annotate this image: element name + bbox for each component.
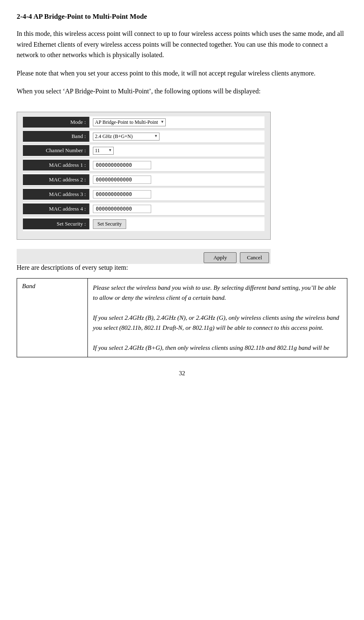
mode-select[interactable]: AP Bridge-Point to Multi-Point xyxy=(93,118,166,126)
paragraph-1: In this mode, this wireless access point… xyxy=(17,28,347,60)
description-table: Band Please select the wireless band you… xyxy=(17,278,347,357)
security-row: Set Security : Set Security xyxy=(23,217,264,231)
mac2-row: MAC address 2 : xyxy=(23,173,264,186)
band-description: Please select the wireless band you wish… xyxy=(88,278,347,357)
page-number: 32 xyxy=(17,370,347,377)
mac3-row: MAC address 3 : xyxy=(23,188,264,201)
mac4-row: MAC address 4 : xyxy=(23,203,264,216)
config-panel: Mode : AP Bridge-Point to Multi-Point Ba… xyxy=(17,104,347,264)
channel-label: Channel Number : xyxy=(23,145,90,156)
mode-label: Mode : xyxy=(23,117,90,128)
mac1-row: MAC address 1 : xyxy=(23,159,264,172)
mac1-input[interactable] xyxy=(93,161,151,169)
mac4-input[interactable] xyxy=(93,205,151,213)
mac1-label: MAC address 1 : xyxy=(23,160,90,171)
mac3-value xyxy=(90,188,264,201)
channel-select[interactable]: 11 xyxy=(93,147,114,155)
config-table: Mode : AP Bridge-Point to Multi-Point Ba… xyxy=(17,112,271,240)
channel-value: 11 xyxy=(90,145,264,157)
paragraph-3: When you select ‘AP Bridge-Point to Mult… xyxy=(17,86,347,97)
here-text: Here are descriptions of every setup ite… xyxy=(17,264,347,271)
apply-button[interactable]: Apply xyxy=(204,252,237,263)
cancel-button[interactable]: Cancel xyxy=(240,252,269,263)
table-row: Band Please select the wireless band you… xyxy=(17,278,347,357)
page-title: 2-4-4 AP Bridge-Point to Multi-Point Mod… xyxy=(17,13,347,21)
mac2-value xyxy=(90,173,264,186)
band-term: Band xyxy=(17,278,88,357)
channel-row: Channel Number : 11 xyxy=(23,145,264,157)
mac4-label: MAC address 4 : xyxy=(23,203,90,214)
security-value: Set Security xyxy=(90,217,264,231)
mode-row: Mode : AP Bridge-Point to Multi-Point xyxy=(23,116,264,129)
band-row: Band : 2.4 GHz (B+G+N) xyxy=(23,131,264,143)
mac2-label: MAC address 2 : xyxy=(23,174,90,185)
set-security-button[interactable]: Set Security xyxy=(93,219,126,229)
mode-value: AP Bridge-Point to Multi-Point xyxy=(90,116,264,128)
mac1-value xyxy=(90,159,264,171)
band-label: Band : xyxy=(23,131,90,142)
mac3-input[interactable] xyxy=(93,190,151,198)
security-label: Set Security : xyxy=(23,218,90,229)
mac4-value xyxy=(90,203,264,215)
band-select[interactable]: 2.4 GHz (B+G+N) xyxy=(93,133,160,141)
paragraph-2: Please note that when you set your acces… xyxy=(17,68,347,79)
band-value: 2.4 GHz (B+G+N) xyxy=(90,131,264,143)
mac3-label: MAC address 3 : xyxy=(23,189,90,200)
mac2-input[interactable] xyxy=(93,176,151,184)
config-actions: Apply Cancel xyxy=(17,249,271,264)
